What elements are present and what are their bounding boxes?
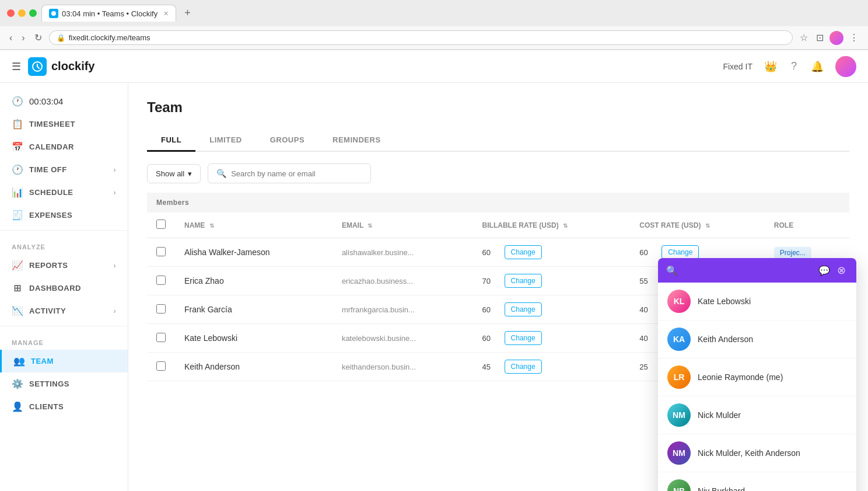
list-item[interactable]: LR Leonie Raymonde (me): [658, 358, 856, 396]
change-cost-rate-button[interactable]: Change: [662, 245, 699, 259]
search-input[interactable]: [231, 169, 362, 178]
list-item[interactable]: NM Nick Mulder, Keith Anderson: [658, 434, 856, 472]
sidebar-item-label: EXPENSES: [29, 211, 72, 220]
sidebar-item-label: TIME OFF: [29, 165, 67, 174]
bookmark-button[interactable]: ☆: [797, 30, 810, 46]
members-header: Members: [147, 193, 849, 213]
logo-icon: [28, 57, 47, 76]
sidebar-item-timeoff[interactable]: 🕐 TIME OFF ›: [0, 158, 128, 181]
back-button[interactable]: ‹: [7, 30, 15, 46]
close-button[interactable]: [7, 9, 15, 17]
row-checkbox[interactable]: [156, 276, 166, 285]
dropdown-message-icon: 💬: [818, 265, 830, 276]
change-billable-rate-button[interactable]: Change: [505, 360, 542, 374]
list-item[interactable]: NM Nick Mulder: [658, 396, 856, 434]
help-icon[interactable]: ?: [789, 58, 799, 75]
col-cost-rate[interactable]: COST RATE (USD) ⇅: [630, 213, 764, 238]
search-box[interactable]: 🔍: [208, 163, 371, 183]
reload-button[interactable]: ↻: [32, 30, 44, 46]
member-email: mrfrankgarcia.busin...: [342, 305, 415, 314]
tab-limited[interactable]: LIMITED: [195, 130, 256, 152]
sidebar-divider: [0, 230, 128, 231]
tab-groups[interactable]: GROUPS: [256, 130, 318, 152]
manage-label: MANAGE: [0, 330, 128, 350]
timer-icon: 🕐: [12, 96, 23, 107]
change-billable-rate-button[interactable]: Change: [505, 331, 542, 345]
select-all-checkbox[interactable]: [156, 220, 166, 229]
sidebar-timer: 🕐 00:03:04: [0, 90, 128, 113]
person-name: Nick Mulder: [698, 410, 741, 420]
change-billable-rate-button[interactable]: Change: [505, 274, 542, 288]
tabs-bar: FULL LIMITED GROUPS REMINDERS: [147, 130, 849, 152]
sidebar-item-expenses[interactable]: 🧾 EXPENSES: [0, 204, 128, 227]
timer-display: 00:03:04: [29, 96, 63, 106]
logo: clockify: [28, 57, 94, 76]
lock-icon: 🔒: [57, 34, 65, 42]
list-item[interactable]: NB Niv Burkhard: [658, 472, 856, 491]
minimize-button[interactable]: [18, 9, 26, 17]
sidebar-item-timesheet[interactable]: 📋 TIMESHEET: [0, 113, 128, 135]
member-email: alishawalker.busine...: [342, 248, 414, 257]
list-item[interactable]: KA Keith Anderson: [658, 321, 856, 358]
show-all-button[interactable]: Show all ▾: [147, 164, 201, 183]
sidebar-item-activity[interactable]: 📉 ACTIVITY ›: [0, 300, 128, 322]
search-icon: 🔍: [216, 169, 226, 178]
browser-tab[interactable]: 03:04 min • Teams • Clockify ✕: [41, 5, 176, 22]
change-billable-rate-button[interactable]: Change: [505, 302, 542, 316]
user-avatar[interactable]: [835, 56, 856, 77]
upgrade-icon[interactable]: 👑: [762, 58, 779, 75]
sidebar-toggle-button[interactable]: ⊡: [814, 30, 826, 46]
sidebar-item-dashboard[interactable]: ⊞ DASHBOARD: [0, 277, 128, 300]
chevron-right-icon: ›: [114, 189, 117, 197]
sidebar-item-calendar[interactable]: 📅 CALENDAR: [0, 135, 128, 158]
new-tab-button[interactable]: +: [181, 6, 194, 20]
change-billable-rate-button[interactable]: Change: [505, 245, 542, 259]
sidebar-item-schedule[interactable]: 📊 SCHEDULE ›: [0, 181, 128, 204]
tab-full[interactable]: FULL: [147, 130, 195, 152]
sidebar-item-team[interactable]: 👥 TEAM: [0, 350, 128, 372]
sidebar-item-reports[interactable]: 📈 REPORTS ›: [0, 254, 128, 277]
sidebar-item-label: CALENDAR: [29, 142, 74, 151]
tab-reminders[interactable]: REMINDERS: [318, 130, 395, 152]
dropdown-search-icon: 🔍: [666, 265, 678, 276]
svg-point-0: [51, 11, 56, 16]
col-billable-rate[interactable]: BILLABLE RATE (USD) ⇅: [473, 213, 631, 238]
member-email: katelebowski.busine...: [342, 334, 416, 343]
billable-rate-value: 60: [482, 248, 500, 257]
content-area: Team FULL LIMITED GROUPS REMINDERS Show …: [128, 83, 868, 491]
sidebar-item-label: SCHEDULE: [29, 188, 74, 197]
row-checkbox[interactable]: [156, 333, 166, 342]
member-name: Keith Anderson: [184, 362, 240, 371]
avatar: KA: [667, 328, 691, 351]
tab-close-button[interactable]: ✕: [163, 10, 169, 18]
forward-button[interactable]: ›: [19, 30, 27, 46]
row-checkbox[interactable]: [156, 361, 166, 371]
row-checkbox[interactable]: [156, 304, 166, 314]
row-checkbox[interactable]: [156, 247, 166, 256]
tab-favicon: [49, 9, 58, 18]
sidebar-item-settings[interactable]: ⚙️ SETTINGS: [0, 372, 128, 395]
col-email[interactable]: EMAIL ⇅: [332, 213, 473, 238]
notifications-icon[interactable]: 🔔: [808, 58, 826, 75]
dropdown-close-button[interactable]: ⊗: [835, 264, 848, 277]
workspace-name: Fixed IT: [723, 62, 752, 71]
chevron-right-icon: ›: [114, 166, 117, 174]
col-name[interactable]: NAME ⇅: [175, 213, 332, 238]
sidebar-item-clients[interactable]: 👤 CLIENTS: [0, 395, 128, 418]
menu-button[interactable]: ⋮: [847, 30, 861, 46]
billable-rate-value: 60: [482, 334, 500, 343]
person-name: Niv Burkhard: [698, 486, 745, 491]
sidebar: 🕐 00:03:04 📋 TIMESHEET 📅 CALENDAR 🕐 TIME…: [0, 83, 128, 491]
hamburger-button[interactable]: ☰: [12, 60, 21, 73]
avatar: LR: [667, 365, 691, 389]
browser-user-avatar[interactable]: [830, 31, 844, 45]
list-item[interactable]: KL Kate Lebowski: [658, 283, 856, 321]
dropdown-header: 🔍 💬 ⊗: [658, 258, 856, 283]
sidebar-item-label: TIMESHEET: [29, 120, 75, 128]
header-right: Fixed IT 👑 ? 🔔: [723, 56, 856, 77]
sort-icon: ⇅: [368, 222, 372, 229]
sidebar-divider: [0, 326, 128, 326]
address-bar[interactable]: 🔒 fixedit.clockify.me/teams: [49, 30, 793, 45]
col-role: ROLE: [765, 213, 849, 238]
maximize-button[interactable]: [29, 9, 37, 17]
